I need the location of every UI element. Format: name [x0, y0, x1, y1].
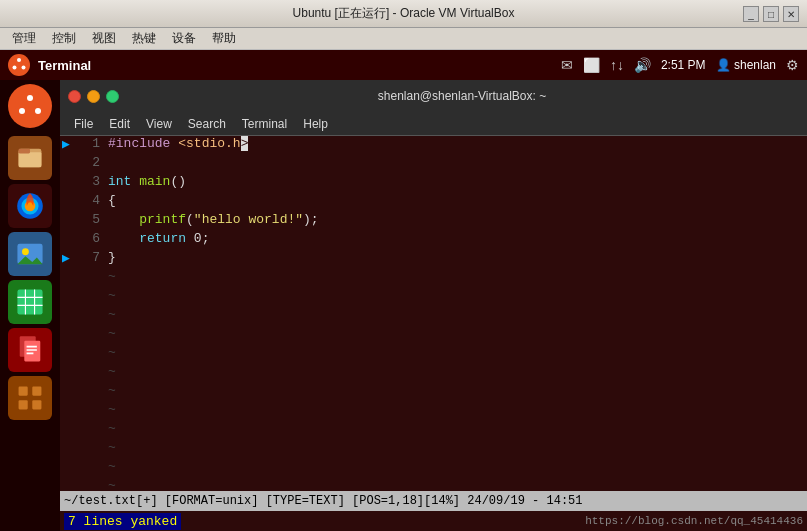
- vbox-menu-device[interactable]: 设备: [164, 28, 204, 49]
- vim-tilde-7: ~: [60, 383, 807, 402]
- line-content-3: int main(): [108, 174, 805, 189]
- sidebar: [0, 80, 60, 531]
- line-num-4: 4: [76, 193, 108, 208]
- ubuntu-logo: [8, 54, 30, 76]
- svg-point-16: [22, 248, 29, 255]
- topbar-right: ✉ ⬜ ↑↓ 🔊 2:51 PM 👤 shenlan ⚙: [561, 57, 799, 73]
- terminal-maximize-button[interactable]: [106, 90, 119, 103]
- line-num-1: 1: [76, 136, 108, 151]
- svg-point-3: [22, 66, 26, 70]
- line-num-5: 5: [76, 212, 108, 227]
- svg-rect-28: [19, 387, 28, 396]
- vim-tilde-4: ~: [60, 326, 807, 345]
- volume-icon: 🔊: [634, 57, 651, 73]
- terminal-header: shenlan@shenlan-VirtualBox: ~: [60, 80, 807, 112]
- signal-icon: ↑↓: [610, 57, 624, 73]
- line-content-7: }: [108, 250, 805, 265]
- vim-tilde-6: ~: [60, 364, 807, 383]
- line-arrow-1: ▶: [62, 136, 76, 152]
- vim-tilde-3: ~: [60, 307, 807, 326]
- settings-icon[interactable]: ⚙: [786, 57, 799, 73]
- vim-url: https://blog.csdn.net/qq_45414436: [181, 515, 803, 527]
- line-num-3: 3: [76, 174, 108, 189]
- vim-line-6: 6 return 0;: [60, 231, 807, 250]
- line-arrow-7: ▶: [62, 250, 76, 266]
- sidebar-icon-docs[interactable]: [8, 328, 52, 372]
- svg-rect-29: [32, 387, 41, 396]
- vim-commandline: 7 lines yanked https://blog.csdn.net/qq_…: [60, 511, 807, 531]
- sidebar-icon-photos[interactable]: [8, 232, 52, 276]
- vim-tilde-1: ~: [60, 269, 807, 288]
- network-icon: ⬜: [583, 57, 600, 73]
- window-controls: _ □ ✕: [743, 6, 799, 22]
- username-display: 👤 shenlan: [716, 58, 776, 72]
- vim-content: ▶ 1 #include <stdio.h> 2 3 int m: [60, 136, 807, 491]
- svg-rect-24: [24, 341, 40, 362]
- sidebar-icon-files[interactable]: [8, 136, 52, 180]
- line-num-7: 7: [76, 250, 108, 265]
- vbox-menu-hotkey[interactable]: 热键: [124, 28, 164, 49]
- vim-tilde-2: ~: [60, 288, 807, 307]
- vbox-menu-view[interactable]: 视图: [84, 28, 124, 49]
- vim-tilde-10: ~: [60, 440, 807, 459]
- vim-line-4: 4 {: [60, 193, 807, 212]
- svg-rect-30: [19, 400, 28, 409]
- term-menu-view[interactable]: View: [138, 117, 180, 131]
- term-menu-edit[interactable]: Edit: [101, 117, 138, 131]
- svg-point-2: [13, 66, 17, 70]
- vim-tilde-5: ~: [60, 345, 807, 364]
- vbox-menu-control[interactable]: 控制: [44, 28, 84, 49]
- vim-editor[interactable]: ▶ 1 #include <stdio.h> 2 3 int m: [60, 136, 807, 531]
- svg-rect-31: [32, 400, 41, 409]
- sidebar-icon-calc[interactable]: [8, 280, 52, 324]
- minimize-button[interactable]: _: [743, 6, 759, 22]
- vim-line-5: 5 printf("hello world!");: [60, 212, 807, 231]
- terminal-close-button[interactable]: [68, 90, 81, 103]
- ubuntu-window: Terminal ✉ ⬜ ↑↓ 🔊 2:51 PM 👤 shenlan ⚙: [0, 50, 807, 531]
- terminal-minimize-button[interactable]: [87, 90, 100, 103]
- sidebar-icon-firefox[interactable]: [8, 184, 52, 228]
- svg-rect-10: [19, 149, 30, 154]
- line-num-2: 2: [76, 155, 108, 170]
- term-menu-file[interactable]: File: [66, 117, 101, 131]
- line-content-6: return 0;: [108, 231, 805, 246]
- vim-tilde-9: ~: [60, 421, 807, 440]
- close-button[interactable]: ✕: [783, 6, 799, 22]
- term-menu-search[interactable]: Search: [180, 117, 234, 131]
- svg-point-7: [35, 108, 41, 114]
- ubuntu-topbar: Terminal ✉ ⬜ ↑↓ 🔊 2:51 PM 👤 shenlan ⚙: [0, 50, 807, 80]
- sidebar-icon-apps[interactable]: [8, 376, 52, 420]
- vbox-title: Ubuntu [正在运行] - Oracle VM VirtualBox: [8, 5, 799, 22]
- term-menu-help[interactable]: Help: [295, 117, 336, 131]
- vim-line-3: 3 int main(): [60, 174, 807, 193]
- vbox-menu-manage[interactable]: 管理: [4, 28, 44, 49]
- line-content-2: [108, 155, 805, 170]
- time-display: 2:51 PM: [661, 58, 706, 72]
- line-content-5: printf("hello world!");: [108, 212, 805, 227]
- vim-line-2: 2: [60, 155, 807, 174]
- vim-line-1: ▶ 1 #include <stdio.h>: [60, 136, 807, 155]
- vbox-menu-help[interactable]: 帮助: [204, 28, 244, 49]
- vim-statusbar-text: ~/test.txt[+] [FORMAT=unix] [TYPE=TEXT] …: [64, 494, 582, 508]
- main-content: shenlan@shenlan-VirtualBox: ~ File Edit …: [0, 80, 807, 531]
- svg-point-6: [19, 108, 25, 114]
- vim-tilde-12: ~: [60, 478, 807, 491]
- svg-rect-9: [19, 152, 42, 167]
- vim-tilde-8: ~: [60, 402, 807, 421]
- sidebar-icon-ubuntu[interactable]: [8, 84, 52, 128]
- term-menu-terminal[interactable]: Terminal: [234, 117, 295, 131]
- line-content-1: #include <stdio.h>: [108, 136, 805, 151]
- line-num-6: 6: [76, 231, 108, 246]
- vbox-titlebar: Ubuntu [正在运行] - Oracle VM VirtualBox _ □…: [0, 0, 807, 28]
- editor-area: shenlan@shenlan-VirtualBox: ~ File Edit …: [60, 80, 807, 531]
- svg-point-1: [17, 58, 21, 62]
- vim-statusbar: ~/test.txt[+] [FORMAT=unix] [TYPE=TEXT] …: [60, 491, 807, 511]
- line-content-4: {: [108, 193, 805, 208]
- vim-tilde-11: ~: [60, 459, 807, 478]
- terminal-menubar: File Edit View Search Terminal Help: [60, 112, 807, 136]
- vbox-menubar: 管理 控制 视图 热键 设备 帮助: [0, 28, 807, 50]
- maximize-button[interactable]: □: [763, 6, 779, 22]
- vim-command-text: 7 lines yanked: [64, 513, 181, 530]
- vim-line-7: ▶ 7 }: [60, 250, 807, 269]
- email-icon: ✉: [561, 57, 573, 73]
